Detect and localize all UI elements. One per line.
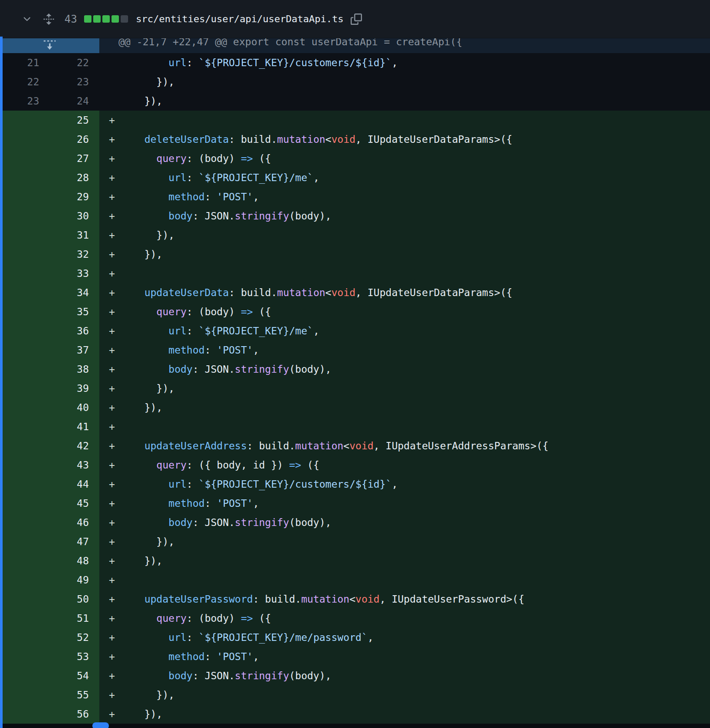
new-line-number[interactable]: 29 bbox=[50, 187, 99, 206]
diff-marker: + bbox=[109, 647, 120, 666]
diff-row: 52+ url: `${PROJECT_KEY}/me/password`, bbox=[0, 628, 710, 647]
new-line-number[interactable]: 51 bbox=[50, 609, 99, 628]
old-line-number[interactable] bbox=[0, 398, 50, 417]
new-line-number[interactable]: 54 bbox=[50, 666, 99, 685]
old-line-number[interactable] bbox=[0, 590, 50, 609]
new-line-number[interactable]: 37 bbox=[50, 340, 99, 360]
new-line-number[interactable]: 31 bbox=[50, 226, 99, 245]
old-line-number[interactable] bbox=[0, 532, 50, 551]
focus-indicator-stripe bbox=[0, 37, 3, 728]
diff-row: 51+ query: (body) => ({ bbox=[0, 609, 710, 628]
new-line-number[interactable]: 27 bbox=[50, 149, 99, 168]
new-line-number[interactable]: 42 bbox=[50, 436, 99, 455]
new-line-number[interactable]: 40 bbox=[50, 398, 99, 417]
old-line-number[interactable] bbox=[0, 704, 50, 724]
new-line-number[interactable]: 46 bbox=[50, 513, 99, 532]
old-line-number[interactable] bbox=[0, 264, 50, 283]
old-line-number[interactable] bbox=[0, 455, 50, 475]
new-line-number[interactable]: 33 bbox=[50, 264, 99, 283]
diff-marker bbox=[109, 91, 120, 111]
old-line-number[interactable] bbox=[0, 379, 50, 398]
new-line-number[interactable]: 28 bbox=[50, 168, 99, 187]
diff-row: 38+ body: JSON.stringify(body), bbox=[0, 360, 710, 379]
new-line-number[interactable]: 48 bbox=[50, 551, 99, 570]
new-line-number[interactable]: 38 bbox=[50, 360, 99, 379]
collapse-file-chevron-icon[interactable] bbox=[22, 14, 32, 24]
diff-marker: + bbox=[109, 417, 120, 436]
old-line-number[interactable] bbox=[0, 321, 50, 340]
old-line-number[interactable] bbox=[0, 417, 50, 436]
code-line: + query: (body) => ({ bbox=[99, 609, 710, 628]
old-line-number[interactable] bbox=[0, 340, 50, 360]
new-line-number[interactable]: 22 bbox=[50, 53, 99, 72]
new-line-number[interactable]: 49 bbox=[50, 570, 99, 590]
old-line-number[interactable] bbox=[0, 206, 50, 226]
old-line-number[interactable] bbox=[0, 360, 50, 379]
new-line-number[interactable]: 56 bbox=[50, 704, 99, 724]
new-line-number[interactable]: 24 bbox=[50, 91, 99, 111]
code-line: + body: JSON.stringify(body), bbox=[99, 666, 710, 685]
old-line-number[interactable] bbox=[0, 609, 50, 628]
new-line-number[interactable]: 53 bbox=[50, 647, 99, 666]
diffstat-block-added bbox=[93, 15, 101, 23]
old-line-number[interactable]: 23 bbox=[0, 91, 50, 111]
old-line-number[interactable] bbox=[0, 513, 50, 532]
old-line-number[interactable] bbox=[0, 494, 50, 513]
unfold-expand-all-icon[interactable] bbox=[43, 13, 55, 25]
code-line: + body: JSON.stringify(body), bbox=[99, 206, 710, 226]
old-line-number[interactable]: 22 bbox=[0, 72, 50, 91]
code-line: + url: `${PROJECT_KEY}/me`, bbox=[99, 321, 710, 340]
scroll-thumb[interactable] bbox=[92, 722, 109, 728]
code-line: + bbox=[99, 417, 710, 436]
old-line-number[interactable] bbox=[0, 226, 50, 245]
new-line-number[interactable]: 23 bbox=[50, 72, 99, 91]
old-line-number[interactable] bbox=[0, 187, 50, 206]
new-line-number[interactable]: 50 bbox=[50, 590, 99, 609]
file-path[interactable]: src/entities/user/api/userDataApi.ts bbox=[136, 13, 344, 24]
new-line-number[interactable]: 44 bbox=[50, 475, 99, 494]
old-line-number[interactable] bbox=[0, 245, 50, 264]
copy-file-path-icon[interactable] bbox=[351, 13, 362, 25]
new-line-number[interactable]: 26 bbox=[50, 130, 99, 149]
code-line: + bbox=[99, 570, 710, 590]
new-line-number[interactable]: 39 bbox=[50, 379, 99, 398]
code-line: + query: ({ body, id }) => ({ bbox=[99, 455, 710, 475]
old-line-number[interactable] bbox=[0, 647, 50, 666]
code-line: + query: (body) => ({ bbox=[99, 302, 710, 321]
new-line-number[interactable]: 34 bbox=[50, 283, 99, 302]
diff-marker: + bbox=[109, 436, 120, 455]
new-line-number[interactable]: 47 bbox=[50, 532, 99, 551]
old-line-number[interactable] bbox=[0, 302, 50, 321]
changed-lines-count: 43 bbox=[64, 13, 77, 25]
old-line-number[interactable] bbox=[0, 685, 50, 704]
code-line: + }), bbox=[99, 704, 710, 724]
old-line-number[interactable] bbox=[0, 475, 50, 494]
old-line-number[interactable] bbox=[0, 628, 50, 647]
new-line-number[interactable]: 55 bbox=[50, 685, 99, 704]
new-line-number[interactable]: 35 bbox=[50, 302, 99, 321]
new-line-number[interactable]: 32 bbox=[50, 245, 99, 264]
expand-hunk-button[interactable] bbox=[0, 38, 99, 53]
code-line: + url: `${PROJECT_KEY}/customers/${id}`, bbox=[99, 475, 710, 494]
old-line-number[interactable] bbox=[0, 111, 50, 130]
diff-row: 26+ deleteUserData: build.mutation<void,… bbox=[0, 130, 710, 149]
old-line-number[interactable] bbox=[0, 283, 50, 302]
old-line-number[interactable] bbox=[0, 168, 50, 187]
new-line-number[interactable]: 52 bbox=[50, 628, 99, 647]
new-line-number[interactable]: 36 bbox=[50, 321, 99, 340]
old-line-number[interactable] bbox=[0, 551, 50, 570]
old-line-number[interactable] bbox=[0, 130, 50, 149]
old-line-number[interactable] bbox=[0, 570, 50, 590]
new-line-number[interactable]: 45 bbox=[50, 494, 99, 513]
old-line-number[interactable]: 21 bbox=[0, 53, 50, 72]
old-line-number[interactable] bbox=[0, 436, 50, 455]
old-line-number[interactable] bbox=[0, 666, 50, 685]
diff-row: 54+ body: JSON.stringify(body), bbox=[0, 666, 710, 685]
old-line-number[interactable] bbox=[0, 149, 50, 168]
diff-marker: + bbox=[109, 340, 120, 360]
new-line-number[interactable]: 41 bbox=[50, 417, 99, 436]
diff-view: 43 src/entities/user/api/userDataApi.ts … bbox=[0, 0, 710, 728]
new-line-number[interactable]: 43 bbox=[50, 455, 99, 475]
new-line-number[interactable]: 30 bbox=[50, 206, 99, 226]
new-line-number[interactable]: 25 bbox=[50, 111, 99, 130]
